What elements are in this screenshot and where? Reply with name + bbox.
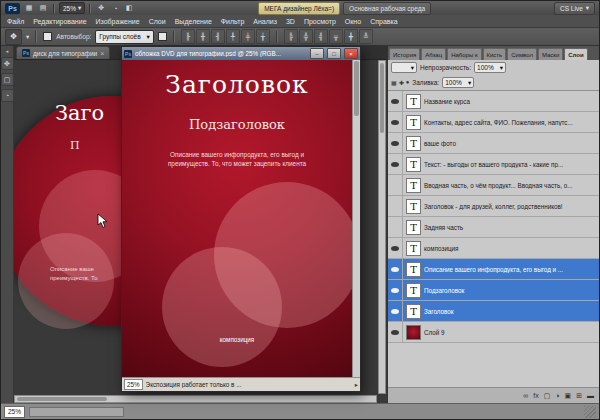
status-arrow-icon[interactable]: ▸ xyxy=(355,381,358,388)
panel-tab[interactable]: Маски xyxy=(538,48,563,60)
chevron-down-icon[interactable]: ▾ xyxy=(26,33,29,41)
layer-row[interactable]: T Заголовок - для друзей, коллег, родств… xyxy=(388,196,599,217)
align-icon[interactable]: ╟ xyxy=(181,29,195,44)
cover-canvas[interactable]: Заголовок Подзаголовок Описание вашего и… xyxy=(122,60,352,377)
layer-thumbnail[interactable]: T xyxy=(406,199,421,214)
document-tab[interactable]: Ps диск для типографии × xyxy=(16,46,110,59)
vertical-scrollbar[interactable] xyxy=(352,60,360,377)
layer-thumbnail[interactable]: T xyxy=(406,115,421,130)
align-icon[interactable]: ╀ xyxy=(226,29,240,44)
menu-item[interactable]: Выделение xyxy=(175,18,212,25)
layer-row[interactable]: Слой 9 xyxy=(388,322,599,343)
layer-visibility-toggle[interactable] xyxy=(388,322,403,342)
menu-item[interactable]: Справка xyxy=(370,18,397,25)
layer-thumbnail[interactable]: T xyxy=(406,136,421,151)
menu-item[interactable]: Анализ xyxy=(253,18,277,25)
close-icon[interactable]: × xyxy=(100,50,104,57)
app-bar-icon[interactable]: ◔ xyxy=(109,3,121,14)
layer-row[interactable]: T Контакты, адрес сайта, ФИО. Пожелания,… xyxy=(388,112,599,133)
menu-item[interactable]: Изображение xyxy=(96,18,140,25)
layer-thumbnail[interactable]: T xyxy=(406,178,421,193)
app-bar-icon[interactable]: ▦ xyxy=(23,3,35,14)
layer-visibility-toggle[interactable] xyxy=(388,217,403,237)
distribute-icon[interactable]: ╋ xyxy=(344,29,358,44)
scrollbar-thumb[interactable] xyxy=(354,61,359,116)
layers-footer-icon[interactable]: ∞ xyxy=(523,392,528,399)
horizontal-scrollbar[interactable] xyxy=(14,395,377,403)
zoom-level-control[interactable]: 25% ▾ xyxy=(59,2,85,14)
distribute-icon[interactable]: ╬ xyxy=(299,29,313,44)
layer-visibility-toggle[interactable] xyxy=(388,175,403,195)
app-bar-icon[interactable]: ✥ xyxy=(95,3,107,14)
align-icon[interactable]: ╪ xyxy=(241,29,255,44)
panel-tab[interactable]: Абзац xyxy=(421,48,446,60)
layer-thumbnail[interactable]: T xyxy=(406,283,421,298)
panel-tab[interactable]: Наборы к xyxy=(447,48,481,60)
layers-footer-icon[interactable]: ⊞ xyxy=(576,392,582,400)
minimize-button[interactable]: – xyxy=(310,48,324,59)
blend-mode-dropdown[interactable]: ▾ xyxy=(391,62,417,73)
workspace-button[interactable]: Основная рабочая среда xyxy=(343,2,431,15)
app-bar-icon[interactable]: ◧ xyxy=(123,3,135,14)
move-tool-icon[interactable]: ✥ xyxy=(5,29,22,45)
autoselect-checkbox[interactable] xyxy=(43,32,52,41)
app-bar-icon[interactable]: ▤ xyxy=(37,3,49,14)
layers-footer-icon[interactable]: ◑ xyxy=(555,392,559,399)
autoselect-dropdown[interactable]: Группы слоёв ▾ xyxy=(95,30,154,44)
layers-footer-icon[interactable]: ▬ xyxy=(587,392,594,399)
layer-visibility-toggle[interactable] xyxy=(388,259,403,279)
scrollbar-thumb[interactable] xyxy=(17,397,107,401)
menu-item[interactable]: Редактирование xyxy=(33,18,86,25)
layers-footer-icon[interactable]: ▣ xyxy=(565,392,572,400)
layer-thumbnail[interactable]: T xyxy=(406,157,421,172)
panel-tab[interactable]: Символ xyxy=(507,48,537,60)
fill-dropdown[interactable]: 100% ▾ xyxy=(442,77,474,88)
maximize-button[interactable]: □ xyxy=(327,48,341,59)
panel-tab[interactable]: Кисть xyxy=(483,48,507,60)
layers-footer-icon[interactable]: ▢ xyxy=(544,392,551,400)
layer-row[interactable]: T Подзаголовок xyxy=(388,280,599,301)
layer-row[interactable]: T ваше фото xyxy=(388,133,599,154)
document-zoom-field[interactable]: 25% xyxy=(124,379,143,390)
collapse-panel-icon[interactable]: ◂ xyxy=(6,48,9,54)
layer-thumbnail[interactable]: T xyxy=(406,304,421,319)
vertical-scrollbar[interactable] xyxy=(378,60,386,394)
layer-row[interactable]: T Текст: - выгоды от вашего продукта - к… xyxy=(388,154,599,175)
close-button[interactable]: × xyxy=(344,48,358,59)
cs-live-button[interactable]: CS Live ▾ xyxy=(554,2,595,15)
layer-visibility-toggle[interactable] xyxy=(388,238,403,258)
floating-window-titlebar[interactable]: Ps обложка DVD для типографии.psd @ 25% … xyxy=(122,47,360,60)
layer-thumbnail[interactable]: T xyxy=(406,262,421,277)
align-icon[interactable]: ╁ xyxy=(256,29,270,44)
panel-tab[interactable]: История xyxy=(389,48,420,60)
layer-visibility-toggle[interactable] xyxy=(388,301,403,321)
layer-visibility-toggle[interactable] xyxy=(388,196,403,216)
layer-row[interactable]: T Задняя часть xyxy=(388,217,599,238)
layers-footer-icon[interactable]: fx xyxy=(533,392,538,399)
menu-item[interactable]: Просмотр xyxy=(304,18,336,25)
menu-item[interactable]: Файл xyxy=(7,18,24,25)
layer-visibility-toggle[interactable] xyxy=(388,280,403,300)
statusbar-zoom-field[interactable]: 25% xyxy=(4,406,25,418)
layer-thumbnail[interactable]: T xyxy=(406,220,421,235)
zoom-tool-button[interactable]: ◔ xyxy=(1,89,14,102)
layer-visibility-toggle[interactable] xyxy=(388,112,403,132)
resize-grip[interactable] xyxy=(584,406,596,418)
panel-tab[interactable]: Слои xyxy=(564,48,587,60)
distribute-icon[interactable]: ╩ xyxy=(359,29,373,44)
layer-row[interactable]: T композиция xyxy=(388,238,599,259)
layer-row[interactable]: T Описание вашего инфопродукта, его выго… xyxy=(388,259,599,280)
scrollbar-thumb[interactable] xyxy=(380,63,384,133)
move-tool-button[interactable]: ✥ xyxy=(1,57,14,70)
layer-visibility-toggle[interactable] xyxy=(388,154,403,174)
layer-thumbnail[interactable]: T xyxy=(406,94,421,109)
align-icon[interactable]: ╫ xyxy=(196,29,210,44)
menu-item[interactable]: Слои xyxy=(149,18,166,25)
distribute-icon[interactable]: ╠ xyxy=(284,29,298,44)
opacity-dropdown[interactable]: 100% ▾ xyxy=(474,62,506,73)
lock-icon[interactable]: ▦ xyxy=(391,79,397,86)
layer-row[interactable]: T Вводная часть, о чём продукт... Вводна… xyxy=(388,175,599,196)
layer-thumbnail[interactable]: T xyxy=(406,241,421,256)
menu-item[interactable]: Окно xyxy=(345,18,361,25)
menu-item[interactable]: Фильтр xyxy=(221,18,245,25)
